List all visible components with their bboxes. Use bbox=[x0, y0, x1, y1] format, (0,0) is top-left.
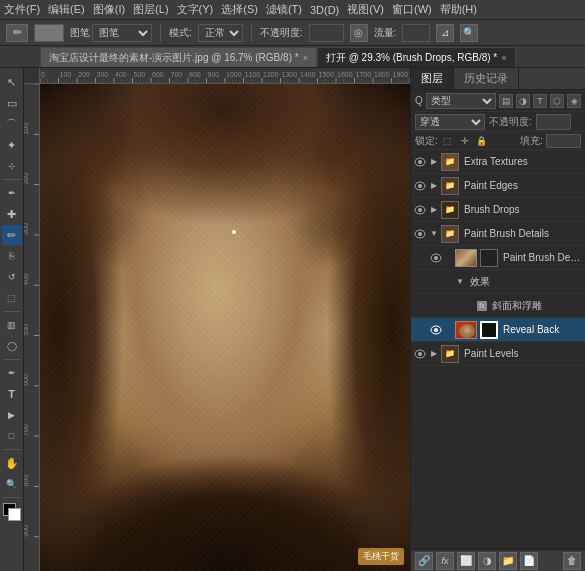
text-tool[interactable]: T bbox=[2, 384, 22, 404]
canvas-viewport[interactable]: 毛桃干货 bbox=[40, 84, 410, 571]
menu-file[interactable]: 文件(F) bbox=[4, 2, 40, 17]
eraser-tool[interactable]: ⬚ bbox=[2, 288, 22, 308]
lock-position-icon[interactable]: ✛ bbox=[458, 134, 472, 148]
layer-reveal-back[interactable]: Reveal Back bbox=[411, 318, 585, 342]
eye-paint-levels[interactable] bbox=[413, 347, 427, 361]
gradient-tool[interactable]: ▥ bbox=[2, 315, 22, 335]
expand-extra-textures[interactable]: ▶ bbox=[429, 157, 439, 167]
opacity-input[interactable]: 100% bbox=[309, 24, 344, 42]
menu-layer[interactable]: 图层(L) bbox=[133, 2, 168, 17]
airbrush-icon[interactable]: ◎ bbox=[350, 24, 368, 42]
history-brush-tool[interactable]: ↺ bbox=[2, 267, 22, 287]
lasso-tool[interactable]: ⌒ bbox=[2, 114, 22, 134]
filter-pixel-icon[interactable]: ▤ bbox=[499, 94, 513, 108]
expand-paint-levels[interactable]: ▶ bbox=[429, 349, 439, 359]
menu-select[interactable]: 选择(S) bbox=[221, 2, 258, 17]
fill-value[interactable] bbox=[546, 134, 581, 148]
watermark: 毛桃干货 bbox=[358, 548, 404, 565]
clone-stamp-tool[interactable]: ⎘ bbox=[2, 246, 22, 266]
layer-brush-drops[interactable]: ▶ 📁 Brush Drops bbox=[411, 198, 585, 222]
tab-layers[interactable]: 图层 bbox=[411, 68, 454, 89]
delete-layer-button[interactable]: 🗑 bbox=[563, 552, 581, 570]
tab-1[interactable]: 打开 @ 29.3% (Brush Drops, RGB/8) * × bbox=[317, 47, 516, 67]
svg-text:700: 700 bbox=[24, 424, 29, 436]
menu-filter[interactable]: 滤镜(T) bbox=[266, 2, 302, 17]
layer-paint-edges[interactable]: ▶ 📁 Paint Edges bbox=[411, 174, 585, 198]
foreground-color[interactable] bbox=[3, 503, 21, 521]
link-layers-button[interactable]: 🔗 bbox=[415, 552, 433, 570]
menu-edit[interactable]: 编辑(E) bbox=[48, 2, 85, 17]
tab-0[interactable]: 淘宝店设计最终的素材-演示图片.jpg @ 16.7% (RGB/8) * × bbox=[40, 47, 317, 67]
panels-area: 图层 历史记录 Q 类型 名称 效果 ▤ ◑ T ⬡ ◈ bbox=[410, 68, 585, 571]
eyedropper-tool[interactable]: ✒ bbox=[2, 183, 22, 203]
menu-3d[interactable]: 3D(D) bbox=[310, 4, 339, 16]
crop-tool[interactable]: ⊹ bbox=[2, 156, 22, 176]
add-fx-button[interactable]: fx bbox=[436, 552, 454, 570]
pen-tool[interactable]: ✒ bbox=[2, 363, 22, 383]
path-select-tool[interactable]: ▶ bbox=[2, 405, 22, 425]
layer-effects[interactable]: ▼ 效果 bbox=[411, 270, 585, 294]
opacity-value-layers[interactable] bbox=[536, 114, 571, 130]
filter-type-icon[interactable]: T bbox=[533, 94, 547, 108]
eye-reveal-back[interactable] bbox=[429, 323, 443, 337]
tab-history[interactable]: 历史记录 bbox=[454, 68, 519, 89]
filter-type-select[interactable]: 类型 名称 效果 bbox=[426, 93, 496, 109]
tab-0-close[interactable]: × bbox=[303, 53, 308, 63]
menu-image[interactable]: 图像(I) bbox=[93, 2, 125, 17]
expand-brush-drops[interactable]: ▶ bbox=[429, 205, 439, 215]
mode-label: 模式: bbox=[169, 26, 192, 40]
filter-adjustment-icon[interactable]: ◑ bbox=[516, 94, 530, 108]
svg-text:1500: 1500 bbox=[319, 71, 335, 78]
search-icon[interactable]: 🔍 bbox=[460, 24, 478, 42]
mode-select[interactable]: 正常 bbox=[198, 24, 243, 42]
eye-paint-brush-details-layer[interactable] bbox=[429, 251, 443, 265]
quick-select-tool[interactable]: ✦ bbox=[2, 135, 22, 155]
dodge-tool[interactable]: ◯ bbox=[2, 336, 22, 356]
brush-select[interactable]: 图笔 bbox=[92, 24, 152, 42]
filter-smartobj-icon[interactable]: ◈ bbox=[567, 94, 581, 108]
menu-help[interactable]: 帮助(H) bbox=[440, 2, 477, 17]
layer-extra-textures[interactable]: ▶ 📁 Extra Textures bbox=[411, 150, 585, 174]
menu-window[interactable]: 窗口(W) bbox=[392, 2, 432, 17]
add-mask-button[interactable]: ⬜ bbox=[457, 552, 475, 570]
expand-paint-edges[interactable]: ▶ bbox=[429, 181, 439, 191]
layer-paint-brush-details-layer[interactable]: Paint Brush Details bbox=[411, 246, 585, 270]
eye-brush-drops[interactable] bbox=[413, 203, 427, 217]
expand-paint-brush-details[interactable]: ▼ bbox=[429, 229, 439, 239]
lock-pixel-icon[interactable]: ⬚ bbox=[441, 134, 455, 148]
move-tool[interactable]: ↖ bbox=[2, 72, 22, 92]
layer-bevel-emboss[interactable]: fx 斜面和浮雕 bbox=[411, 294, 585, 318]
menu-type[interactable]: 文字(Y) bbox=[177, 2, 214, 17]
ruler-h-scale: /* ruler ticks drawn via JS below */ 010… bbox=[40, 68, 410, 84]
layers-panel: Q 类型 名称 效果 ▤ ◑ T ⬡ ◈ 穿透 正常 不透明度: bbox=[411, 90, 585, 571]
brush-preset-picker[interactable]: ✏ bbox=[6, 24, 28, 42]
eye-extra-textures[interactable] bbox=[413, 155, 427, 169]
marquee-rect-tool[interactable]: ▭ bbox=[2, 93, 22, 113]
blend-mode-select[interactable]: 穿透 正常 bbox=[415, 114, 485, 130]
name-bevel-emboss: 斜面和浮雕 bbox=[489, 299, 583, 313]
expand-effects[interactable]: ▼ bbox=[455, 277, 465, 287]
spot-healing-tool[interactable]: ✚ bbox=[2, 204, 22, 224]
tab-1-close[interactable]: × bbox=[501, 53, 506, 63]
eye-paint-brush-details-group[interactable] bbox=[413, 227, 427, 241]
layer-paint-levels[interactable]: ▶ 📁 Paint Levels bbox=[411, 342, 585, 366]
lock-all-icon[interactable]: 🔒 bbox=[475, 134, 489, 148]
layers-list[interactable]: ▶ 📁 Extra Textures ▶ 📁 Paint Edges bbox=[411, 150, 585, 549]
svg-text:400: 400 bbox=[115, 71, 127, 78]
hand-tool[interactable]: ✋ bbox=[2, 453, 22, 473]
tablet-pressure-icon[interactable]: ⊿ bbox=[436, 24, 454, 42]
eye-paint-edges[interactable] bbox=[413, 179, 427, 193]
shape-tool[interactable]: □ bbox=[2, 426, 22, 446]
brush-tool[interactable]: ✏ bbox=[2, 225, 22, 245]
brush-size-preview bbox=[34, 24, 64, 42]
add-adjustment-button[interactable]: ◑ bbox=[478, 552, 496, 570]
flow-input[interactable]: 32 bbox=[402, 24, 430, 42]
zoom-tool[interactable]: 🔍 bbox=[2, 474, 22, 494]
layer-paint-brush-details-group[interactable]: ▼ 📁 Paint Brush Details bbox=[411, 222, 585, 246]
filter-shape-icon[interactable]: ⬡ bbox=[550, 94, 564, 108]
name-paint-brush-details-group: Paint Brush Details bbox=[461, 228, 583, 239]
svg-text:200: 200 bbox=[24, 173, 29, 185]
add-group-button[interactable]: 📁 bbox=[499, 552, 517, 570]
menu-view[interactable]: 视图(V) bbox=[347, 2, 384, 17]
new-layer-button[interactable]: 📄 bbox=[520, 552, 538, 570]
